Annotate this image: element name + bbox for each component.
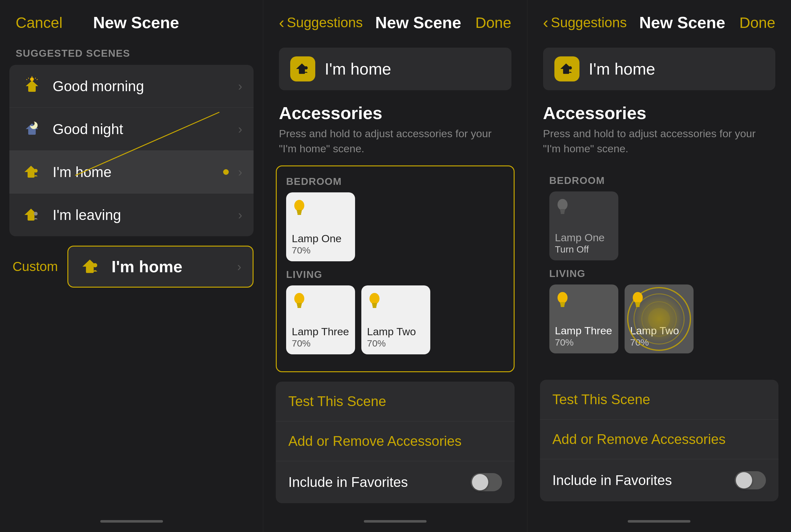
scene-list: Good morning › Good night › [10,65,253,236]
svg-rect-18 [86,266,94,273]
svg-rect-29 [297,303,302,305]
panel1-title: New Scene [62,13,210,32]
svg-rect-14 [27,214,35,221]
suggestions-back-button[interactable]: ‹ Suggestions [279,13,363,32]
scene-name-good-morning: Good morning [53,78,238,95]
svg-point-51 [633,292,643,303]
lamp-bulb-icon [292,198,307,218]
lamp-two-selected-pct: 70% [630,337,649,348]
actions-card: Test This Scene Add or Remove Accessorie… [276,382,514,503]
svg-rect-40 [560,209,565,211]
panel2-title: New Scene [363,13,474,32]
bedroom-lamps: Lamp One 70% [286,192,504,261]
scene-title-row-3: I'm home [543,48,776,90]
chevron-icon-4: › [238,208,242,222]
accessories-grid: BEDROOM Lamp One 70% [276,166,514,372]
bedroom-label-3: BEDROOM [549,175,769,191]
chevron-icon-5: › [237,260,241,274]
panel2-header: ‹ Suggestions New Scene Done [263,0,527,41]
lamp-bulb-off-icon [555,197,570,217]
living-lamps: Lamp Three 70% Lamp Two 70% [286,285,504,354]
chevron-left-icon-2: ‹ [543,13,548,32]
living-lamps-3: Lamp Three 70% [549,284,769,354]
svg-rect-27 [297,213,301,215]
test-scene-label: Test This Scene [288,394,386,409]
lamp-three-name: Lamp Three [292,325,349,338]
svg-rect-52 [635,302,640,304]
svg-rect-41 [560,211,565,212]
scene-item-im-leaving[interactable]: I'm leaving › [10,194,253,236]
svg-line-5 [28,78,29,79]
scene-name-im-home: I'm home [53,164,223,180]
bedroom-section: BEDROOM Lamp One 70% [286,176,504,261]
lamp-card-two-selected[interactable]: Lamp Two 70% [625,284,694,354]
lamp-one-off-name: Lamp One [555,231,605,244]
panel-scene-edit-2: ‹ Suggestions New Scene Done I'm home Ac… [527,0,791,532]
scene-icon-home [290,56,315,81]
svg-point-38 [568,66,572,70]
accessories-subtitle: Press and hold to adjust accessories for… [263,126,527,166]
svg-point-23 [304,66,308,70]
home-bar-2 [364,520,427,522]
bedroom-lamps-3: Lamp One Turn Off [549,191,769,260]
accessories-grid-3: BEDROOM Lamp One Turn Off [540,166,779,370]
add-remove-label: Add or Remove Accessories [288,433,462,449]
svg-point-16 [34,212,38,215]
suggested-scenes-label: SUGGESTED SCENES [0,41,263,65]
suggestions-back-button-2[interactable]: ‹ Suggestions [543,13,627,32]
living-label-3: LIVING [549,268,769,284]
svg-line-8 [37,79,38,80]
scene-item-good-morning[interactable]: Good morning › [10,65,253,108]
lamp-card-one-off[interactable]: Lamp One Turn Off [549,191,618,260]
home-leaving-icon [21,204,43,226]
home-person-icon [21,161,43,183]
living-section: LIVING Lamp Three 70% [286,269,504,354]
test-scene-label-3: Test This Scene [552,392,650,407]
done-button[interactable]: Done [474,14,511,31]
svg-rect-34 [372,305,377,306]
svg-rect-54 [636,305,640,307]
svg-point-28 [294,293,304,304]
home-bar-3 [628,520,691,522]
test-scene-row[interactable]: Test This Scene [276,382,514,421]
svg-point-39 [558,199,568,210]
lamp-card-three[interactable]: Lamp Three 70% [286,285,355,354]
svg-marker-1 [26,80,38,86]
add-remove-row[interactable]: Add or Remove Accessories [276,421,514,461]
lamp-pct: 70% [292,245,310,256]
lamp-two-name: Lamp Two [367,325,416,338]
chevron-icon-3: › [238,165,242,179]
svg-rect-46 [561,305,564,307]
annotation-dot [223,169,229,175]
panel1-header: Cancel New Scene [0,0,263,41]
lamp-one-off-sub: Turn Off [555,244,589,255]
favorites-label: Include in Favorites [288,474,408,490]
lamp-card-three-grey[interactable]: Lamp Three 70% [549,284,618,354]
scene-name-im-leaving: I'm leaving [53,207,238,223]
lamp-name: Lamp One [292,232,342,245]
test-scene-row-3[interactable]: Test This Scene [540,380,779,419]
accessories-subtitle-3: Press and hold to adjust accessories for… [527,126,791,166]
favorites-row[interactable]: Include in Favorites [276,461,514,503]
custom-button[interactable]: Custom [10,253,68,280]
svg-point-13 [34,169,38,173]
living-section-3: LIVING Lamp Three 70% [549,268,769,354]
lamp-card-two[interactable]: Lamp Two 70% [361,285,430,354]
cancel-button[interactable]: Cancel [16,14,62,31]
favorites-toggle[interactable] [471,473,502,491]
favorites-row-3[interactable]: Include in Favorites [540,459,779,501]
moon-house-icon [21,118,43,140]
actions-card-3: Test This Scene Add or Remove Accessorie… [540,380,779,501]
add-remove-row-3[interactable]: Add or Remove Accessories [540,419,779,459]
svg-rect-36 [563,68,569,74]
done-button-2[interactable]: Done [738,14,775,31]
lamp-card-one[interactable]: Lamp One 70% [286,192,355,261]
svg-rect-11 [27,171,35,178]
favorites-toggle-3[interactable] [735,471,766,489]
scene-item-im-home[interactable]: I'm home › [10,151,253,194]
add-remove-label-3: Add or Remove Accessories [552,432,726,447]
scene-title-row: I'm home [279,48,511,90]
living-label: LIVING [286,269,504,285]
im-home-large-item[interactable]: I'm home › [68,246,253,288]
scene-item-good-night[interactable]: Good night › [10,108,253,151]
